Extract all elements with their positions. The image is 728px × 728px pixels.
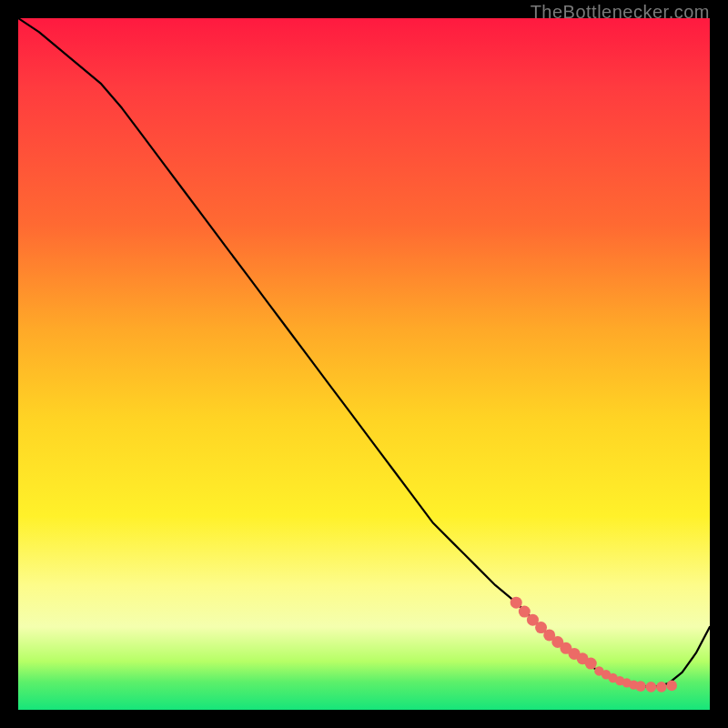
curve-marker — [666, 681, 677, 692]
plot-area — [18, 18, 710, 710]
watermark-label: TheBottlenecker.com — [531, 2, 710, 23]
curve-marker — [635, 681, 646, 692]
bottleneck-curve — [18, 18, 710, 687]
curve-layer — [18, 18, 710, 710]
chart-frame: TheBottlenecker.com — [0, 0, 728, 728]
curve-marker — [585, 658, 597, 670]
curve-marker — [511, 597, 522, 609]
curve-marker — [656, 682, 667, 693]
curve-marker — [646, 682, 657, 693]
